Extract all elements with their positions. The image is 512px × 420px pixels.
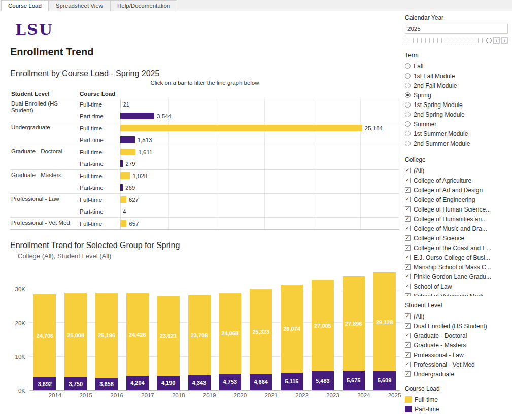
stacked-bar-2016[interactable]: 25,1963,656 bbox=[95, 293, 118, 390]
term-option-2nd-summer-module[interactable]: 2nd Summer Module bbox=[405, 138, 508, 148]
term-option-1st-summer-module[interactable]: 1st Summer Module bbox=[405, 129, 508, 138]
term-option-1st-fall-module[interactable]: 1st Fall Module bbox=[405, 71, 508, 81]
college-option-college-of-science[interactable]: College of Science bbox=[405, 233, 508, 243]
trend-bar-column: 26,0745,115 bbox=[277, 285, 308, 390]
segment-value-label: 24,068 bbox=[219, 293, 241, 374]
segment-part-time-2015[interactable]: 3,750 bbox=[64, 377, 87, 390]
college-option-college-of-agriculture[interactable]: College of Agriculture bbox=[405, 176, 508, 185]
college-option-school-of-law[interactable]: School of Law bbox=[405, 282, 508, 291]
segment-part-time-2023[interactable]: 5,483 bbox=[312, 371, 334, 390]
bar-professional-law-full-time[interactable] bbox=[120, 196, 126, 203]
college-option-manship-school-of-mass-c[interactable]: Manship School of Mass C... bbox=[405, 262, 508, 272]
tab-spreadsheet-view[interactable]: Spreadsheet View bbox=[49, 0, 110, 11]
tab-help-documentation[interactable]: Help/Documentation bbox=[110, 0, 177, 11]
checkbox-label: College of the Coast and E... bbox=[414, 244, 491, 252]
bar-dual-enrolled-hs-student-part-time[interactable] bbox=[120, 113, 154, 119]
segment-full-time-2019[interactable]: 23,708 bbox=[188, 295, 211, 375]
stacked-bar-2019[interactable]: 23,7084,343 bbox=[188, 295, 211, 390]
calendar-year-input[interactable] bbox=[405, 24, 508, 34]
term-option-1st-spring-module[interactable]: 1st Spring Module bbox=[405, 100, 508, 110]
student-level-option-professional-law[interactable]: Professional - Law bbox=[405, 350, 508, 360]
segment-full-time-2015[interactable]: 25,008 bbox=[64, 293, 87, 377]
stacked-bar-2020[interactable]: 24,0684,753 bbox=[219, 293, 241, 390]
segment-part-time-2018[interactable]: 4,190 bbox=[157, 376, 180, 390]
bar-graduate-doctoral-full-time[interactable] bbox=[120, 149, 135, 155]
term-option-spring[interactable]: Spring bbox=[405, 90, 508, 100]
segment-part-time-2025[interactable]: 5,609 bbox=[373, 371, 396, 390]
segment-full-time-2014[interactable]: 24,706 bbox=[33, 294, 56, 378]
segment-full-time-2023[interactable]: 27,005 bbox=[312, 280, 334, 371]
bar-graduate-masters-full-time[interactable] bbox=[120, 172, 130, 179]
segment-full-time-2022[interactable]: 26,074 bbox=[281, 285, 303, 373]
stacked-bar-2022[interactable]: 26,0745,115 bbox=[281, 285, 303, 390]
bar-undergraduate-full-time[interactable] bbox=[120, 125, 362, 131]
college-option-school-of-veterinary-medi[interactable]: School of Veterinary Medi... bbox=[405, 291, 508, 296]
stacked-bar-2023[interactable]: 27,0055,483 bbox=[312, 280, 334, 390]
stacked-bar-2021[interactable]: 25,3234,664 bbox=[250, 289, 272, 390]
segment-part-time-2014[interactable]: 3,692 bbox=[33, 377, 56, 390]
segment-part-time-2021[interactable]: 4,664 bbox=[250, 374, 272, 390]
slider-right-button[interactable]: › bbox=[501, 37, 508, 44]
student-level-option-all[interactable]: (All) bbox=[405, 311, 508, 321]
segment-full-time-2024[interactable]: 27,896 bbox=[343, 276, 365, 371]
stacked-bar-2018[interactable]: 23,6214,190 bbox=[157, 296, 180, 390]
term-option-2nd-spring-module[interactable]: 2nd Spring Module bbox=[405, 110, 508, 119]
student-level-option-undergraduate[interactable]: Undergraduate bbox=[405, 369, 508, 379]
segment-value-label: 25,008 bbox=[64, 293, 87, 377]
checkbox-icon bbox=[405, 226, 411, 231]
segment-part-time-2019[interactable]: 4,343 bbox=[188, 375, 211, 390]
college-option-college-of-human-science[interactable]: College of Human Science... bbox=[405, 204, 508, 214]
bar-row: Full-time1,611 bbox=[79, 146, 399, 158]
stacked-bar-2025[interactable]: 29,1285,609 bbox=[373, 272, 396, 390]
student-level-group: Graduate - MastersFull-time1,028Part-tim… bbox=[10, 170, 399, 194]
segment-part-time-2020[interactable]: 4,753 bbox=[219, 374, 241, 390]
student-level-option-graduate-masters[interactable]: Graduate - Masters bbox=[405, 340, 508, 350]
bar-undergraduate-part-time[interactable] bbox=[120, 136, 135, 143]
segment-part-time-2022[interactable]: 5,115 bbox=[281, 373, 303, 390]
student-level-option-graduate-doctoral[interactable]: Graduate - Doctoral bbox=[405, 331, 508, 340]
segment-full-time-2016[interactable]: 25,196 bbox=[95, 293, 118, 378]
segment-full-time-2021[interactable]: 25,323 bbox=[250, 289, 272, 374]
term-option-fall[interactable]: Fall bbox=[405, 61, 508, 71]
stacked-bar-2014[interactable]: 24,7063,692 bbox=[33, 294, 56, 390]
segment-full-time-2018[interactable]: 23,621 bbox=[157, 296, 180, 376]
checkbox-icon bbox=[405, 342, 411, 348]
segment-part-time-2017[interactable]: 4,204 bbox=[126, 376, 149, 390]
college-option-college-of-humanities-an[interactable]: College of Humanities an... bbox=[405, 214, 508, 224]
segment-part-time-2024[interactable]: 5,675 bbox=[343, 371, 365, 390]
stacked-bar-2024[interactable]: 27,8965,675 bbox=[343, 276, 365, 390]
tab-course-load[interactable]: Course Load bbox=[1, 0, 49, 11]
slider-handle-icon[interactable] bbox=[486, 38, 492, 43]
radio-label: 2nd Summer Module bbox=[414, 140, 470, 147]
college-option-college-of-the-coast-and-e[interactable]: College of the Coast and E... bbox=[405, 243, 508, 253]
segment-full-time-2017[interactable]: 24,426 bbox=[126, 293, 149, 376]
slider-left-button[interactable]: ‹ bbox=[493, 37, 500, 44]
college-option-college-of-music-and-dra[interactable]: College of Music and Dra... bbox=[405, 224, 508, 233]
student-level-option-dual-enrolled-hs-student[interactable]: Dual Enrolled (HS Student) bbox=[405, 321, 508, 331]
college-option-e-j-ourso-college-of-busi[interactable]: E.J. Ourso College of Busi... bbox=[405, 253, 508, 262]
stacked-bar-2017[interactable]: 24,4264,204 bbox=[126, 293, 149, 390]
course-load-label: Part-time bbox=[79, 158, 120, 169]
college-option-pinkie-gordon-lane-gradu[interactable]: Pinkie Gordon Lane Gradu... bbox=[405, 272, 508, 282]
bar-graduate-doctoral-part-time[interactable] bbox=[120, 160, 123, 167]
segment-part-time-2016[interactable]: 3,656 bbox=[95, 378, 118, 390]
stacked-bar-2015[interactable]: 25,0083,750 bbox=[64, 293, 87, 390]
student-level-option-professional-vet-med[interactable]: Professional - Vet Med bbox=[405, 360, 508, 369]
segment-full-time-2025[interactable]: 29,128 bbox=[373, 272, 396, 371]
legend-item-part-time[interactable]: Part-time bbox=[405, 404, 508, 414]
bar-graduate-masters-part-time[interactable] bbox=[120, 184, 123, 191]
bar-professional-vet-med-full-time[interactable] bbox=[120, 220, 126, 227]
term-option-2nd-fall-module[interactable]: 2nd Fall Module bbox=[405, 81, 508, 90]
bar-row: Part-time269 bbox=[79, 182, 399, 193]
bar-plot-cell: 4 bbox=[120, 205, 399, 217]
segment-full-time-2020[interactable]: 24,068 bbox=[219, 293, 241, 374]
bar-value-label: 3,544 bbox=[157, 113, 172, 119]
x-axis-year-label: 2016 bbox=[101, 392, 132, 398]
legend-item-full-time[interactable]: Full-time bbox=[405, 395, 508, 404]
college-option-all[interactable]: (All) bbox=[405, 166, 508, 176]
checkbox-label: School of Law bbox=[414, 283, 452, 290]
term-option-summer[interactable]: Summer bbox=[405, 119, 508, 129]
college-option-college-of-engineering[interactable]: College of Engineering bbox=[405, 195, 508, 204]
slider-track[interactable] bbox=[405, 38, 485, 43]
college-option-college-of-art-and-design[interactable]: College of Art and Design bbox=[405, 185, 508, 195]
